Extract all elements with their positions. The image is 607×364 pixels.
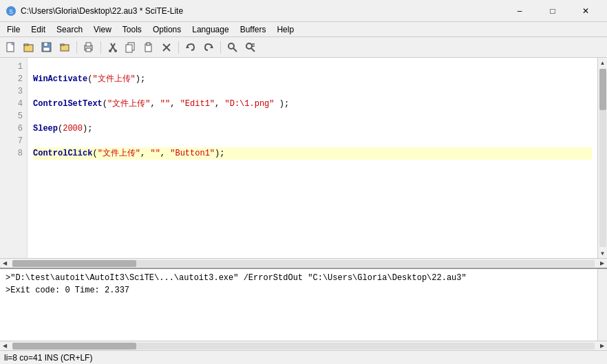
menu-item-buffers[interactable]: Buffers bbox=[235, 22, 272, 36]
toolbar-separator bbox=[100, 41, 101, 54]
scroll-left-button[interactable]: ◀ bbox=[0, 259, 10, 268]
line-numbers: 12345678 bbox=[0, 58, 28, 258]
code-area[interactable]: WinActivate("文件上传"); ControlSetText("文件上… bbox=[28, 58, 597, 258]
menu-item-help[interactable]: Help bbox=[271, 22, 299, 36]
menu-item-search[interactable]: Search bbox=[51, 22, 88, 36]
code-token: ( bbox=[103, 99, 107, 109]
line-number-6: 6 bbox=[0, 122, 27, 135]
title-bar: S C:\Users\Gloria\Desktop\22.au3 * SciTE… bbox=[0, 0, 607, 22]
menu-item-view[interactable]: View bbox=[88, 22, 117, 36]
new-button[interactable] bbox=[3, 40, 19, 55]
window-controls: – □ ✕ bbox=[504, 0, 601, 22]
menu-item-options[interactable]: Options bbox=[147, 22, 187, 36]
code-line-4: ControlSetText("文件上传", "", "Edit1", "D:\… bbox=[33, 98, 592, 110]
output-hscroll-track[interactable] bbox=[12, 343, 595, 350]
output-horizontal-scrollbar[interactable]: ◀ ▶ bbox=[0, 341, 607, 350]
menu-item-file[interactable]: File bbox=[1, 22, 25, 36]
undo-button[interactable] bbox=[182, 40, 199, 55]
toolbar-separator bbox=[220, 41, 221, 54]
hscroll-thumb[interactable] bbox=[12, 260, 136, 267]
cut-button[interactable] bbox=[105, 40, 121, 55]
code-token: "文件上传" bbox=[98, 149, 140, 158]
code-token: WinActivate bbox=[33, 74, 87, 84]
maximize-button[interactable]: □ bbox=[537, 0, 568, 22]
svg-rect-20 bbox=[147, 43, 150, 45]
line-number-3: 3 bbox=[0, 85, 27, 98]
output-panel: >"D:\test\autoit\AutoIt3\SciTE\...\autoi… bbox=[0, 268, 607, 350]
window-title: C:\Users\Gloria\Desktop\22.au3 * SciTE-L… bbox=[21, 6, 504, 16]
extra-button[interactable] bbox=[56, 40, 73, 55]
code-line-6: Sleep(2000); bbox=[33, 122, 592, 135]
code-token: "" bbox=[160, 99, 170, 109]
scroll-up-button[interactable]: ▲ bbox=[598, 58, 608, 67]
scroll-right-button[interactable]: ▶ bbox=[597, 259, 607, 268]
toolbar-separator bbox=[178, 41, 179, 54]
menu-item-language[interactable]: Language bbox=[187, 22, 234, 36]
svg-rect-18 bbox=[126, 45, 132, 52]
code-token: , bbox=[170, 99, 180, 109]
svg-rect-7 bbox=[43, 47, 50, 51]
code-line-3 bbox=[33, 85, 592, 98]
output-scroll-left-button[interactable]: ◀ bbox=[0, 341, 10, 351]
minimize-button[interactable]: – bbox=[504, 0, 535, 22]
line-number-7: 7 bbox=[0, 135, 27, 147]
menu-item-edit[interactable]: Edit bbox=[25, 22, 51, 36]
open-button[interactable] bbox=[21, 40, 37, 55]
code-line-5 bbox=[33, 110, 592, 122]
line-number-1: 1 bbox=[0, 61, 27, 73]
svg-text:S: S bbox=[9, 8, 13, 15]
vscroll-thumb[interactable] bbox=[599, 69, 606, 110]
svg-point-15 bbox=[109, 50, 111, 52]
copy-button[interactable] bbox=[123, 40, 139, 55]
code-token: , bbox=[160, 149, 170, 158]
status-text: li=8 co=41 INS (CR+LF) bbox=[4, 353, 92, 363]
toolbar bbox=[0, 37, 607, 58]
code-line-1 bbox=[33, 61, 592, 73]
output-scroll-right-button[interactable]: ▶ bbox=[597, 341, 607, 351]
code-token: "文件上传" bbox=[107, 99, 150, 109]
find-button[interactable] bbox=[224, 40, 241, 55]
menu-item-tools[interactable]: Tools bbox=[117, 22, 147, 36]
svg-point-16 bbox=[114, 50, 117, 52]
code-token: "D:\1.png" bbox=[224, 99, 274, 109]
line-number-4: 4 bbox=[0, 98, 27, 110]
print-button[interactable] bbox=[81, 40, 97, 55]
svg-rect-6 bbox=[44, 43, 47, 46]
svg-line-28 bbox=[251, 48, 255, 52]
svg-rect-4 bbox=[24, 44, 28, 45]
scroll-down-button[interactable]: ▼ bbox=[598, 248, 608, 258]
code-token: ); bbox=[215, 149, 224, 158]
paste-button[interactable] bbox=[140, 40, 157, 55]
delete-button[interactable] bbox=[158, 40, 175, 55]
output-line: >"D:\test\autoit\AutoIt3\SciTE\...\autoi… bbox=[6, 272, 592, 284]
code-token: ControlSetText bbox=[33, 99, 103, 109]
editor-vertical-scrollbar[interactable]: ▲ ▼ bbox=[597, 58, 607, 258]
output-hscroll-thumb[interactable] bbox=[12, 343, 136, 350]
output-line: >Exit code: 0 Time: 2.337 bbox=[6, 284, 592, 297]
editor-container: 12345678 WinActivate("文件上传"); ControlSet… bbox=[0, 58, 607, 258]
close-button[interactable]: ✕ bbox=[570, 0, 601, 22]
line-number-5: 5 bbox=[0, 110, 27, 122]
vscroll-track[interactable] bbox=[599, 69, 606, 247]
main-area: 12345678 WinActivate("文件上传"); ControlSet… bbox=[0, 58, 607, 350]
code-token: "文件上传" bbox=[92, 74, 135, 84]
redo-button[interactable] bbox=[200, 40, 217, 55]
output-content: >"D:\test\autoit\AutoIt3\SciTE\...\autoi… bbox=[0, 269, 597, 341]
save-button[interactable] bbox=[39, 40, 55, 55]
editor-horizontal-scrollbar[interactable]: ◀ ▶ bbox=[0, 258, 607, 268]
code-line-8: ControlClick("文件上传", "", "Button1"); bbox=[33, 147, 592, 160]
svg-point-27 bbox=[246, 43, 252, 49]
code-token: , bbox=[150, 99, 160, 109]
menu-bar: FileEditSearchViewToolsOptionsLanguageBu… bbox=[0, 22, 607, 37]
code-token: 2000 bbox=[63, 124, 83, 133]
hscroll-track[interactable] bbox=[12, 260, 595, 267]
code-token: Sleep bbox=[33, 124, 58, 133]
code-token: "" bbox=[150, 149, 160, 158]
find2-button[interactable] bbox=[242, 40, 259, 55]
code-token: ( bbox=[92, 149, 97, 158]
output-vertical-scrollbar[interactable] bbox=[597, 269, 607, 341]
code-token: , bbox=[215, 99, 224, 109]
app-icon: S bbox=[6, 6, 17, 17]
svg-rect-11 bbox=[86, 43, 91, 46]
line-number-8: 8 bbox=[0, 147, 27, 160]
